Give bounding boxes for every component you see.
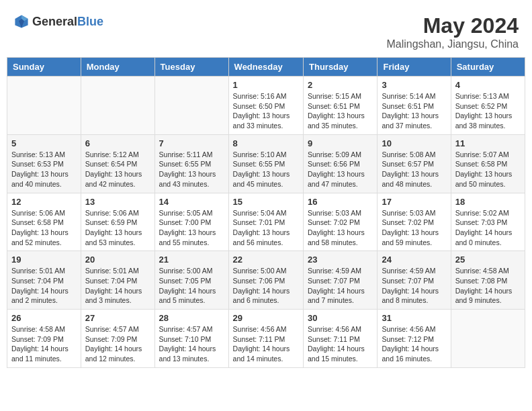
calendar-week-row: 12Sunrise: 5:06 AM Sunset: 6:58 PM Dayli… (7, 193, 525, 251)
table-row (7, 77, 81, 135)
day-info: Sunrise: 4:56 AM Sunset: 7:11 PM Dayligh… (233, 324, 299, 364)
day-number: 18 (455, 197, 521, 207)
day-number: 14 (159, 197, 224, 207)
table-row: 17Sunrise: 5:03 AM Sunset: 7:02 PM Dayli… (378, 193, 451, 251)
calendar-week-row: 5Sunrise: 5:13 AM Sunset: 6:53 PM Daylig… (7, 134, 525, 193)
day-number: 13 (85, 197, 150, 207)
day-info: Sunrise: 5:08 AM Sunset: 6:57 PM Dayligh… (382, 150, 446, 189)
logo-general: General (32, 15, 77, 28)
table-row: 23Sunrise: 4:59 AM Sunset: 7:07 PM Dayli… (304, 251, 378, 310)
day-info: Sunrise: 5:16 AM Sunset: 6:50 PM Dayligh… (233, 91, 299, 131)
table-row: 3Sunrise: 5:14 AM Sunset: 6:51 PM Daylig… (378, 77, 451, 135)
day-number: 24 (382, 255, 446, 265)
day-number: 9 (308, 138, 373, 148)
calendar-week-row: 19Sunrise: 5:01 AM Sunset: 7:04 PM Dayli… (7, 251, 525, 310)
table-row: 29Sunrise: 4:56 AM Sunset: 7:11 PM Dayli… (228, 310, 303, 368)
table-row: 21Sunrise: 5:00 AM Sunset: 7:05 PM Dayli… (154, 251, 228, 310)
day-number: 17 (382, 197, 446, 207)
logo-blue: Blue (77, 15, 103, 28)
day-info: Sunrise: 4:58 AM Sunset: 7:09 PM Dayligh… (11, 324, 77, 364)
table-row: 26Sunrise: 4:58 AM Sunset: 7:09 PM Dayli… (7, 310, 81, 368)
day-info: Sunrise: 4:56 AM Sunset: 7:11 PM Dayligh… (308, 324, 373, 364)
day-number: 16 (308, 197, 373, 207)
day-info: Sunrise: 4:57 AM Sunset: 7:09 PM Dayligh… (85, 324, 150, 364)
table-row: 13Sunrise: 5:06 AM Sunset: 6:59 PM Dayli… (81, 193, 154, 251)
day-info: Sunrise: 5:05 AM Sunset: 7:00 PM Dayligh… (159, 208, 224, 248)
header-friday: Friday (378, 58, 451, 77)
calendar-header-row: Sunday Monday Tuesday Wednesday Thursday… (7, 58, 525, 77)
table-row: 12Sunrise: 5:06 AM Sunset: 6:58 PM Dayli… (7, 193, 81, 251)
table-row: 15Sunrise: 5:04 AM Sunset: 7:01 PM Dayli… (228, 193, 303, 251)
day-info: Sunrise: 4:59 AM Sunset: 7:07 PM Dayligh… (382, 266, 446, 306)
day-number: 4 (455, 80, 521, 90)
table-row: 19Sunrise: 5:01 AM Sunset: 7:04 PM Dayli… (7, 251, 81, 310)
header-wednesday: Wednesday (228, 58, 303, 77)
logo-icon (13, 13, 30, 30)
table-row: 9Sunrise: 5:09 AM Sunset: 6:56 PM Daylig… (304, 134, 378, 193)
day-info: Sunrise: 5:12 AM Sunset: 6:54 PM Dayligh… (85, 150, 150, 189)
day-info: Sunrise: 5:06 AM Sunset: 6:58 PM Dayligh… (11, 208, 77, 248)
day-number: 3 (382, 80, 446, 90)
day-info: Sunrise: 5:01 AM Sunset: 7:04 PM Dayligh… (11, 266, 77, 306)
table-row (451, 310, 525, 368)
header-thursday: Thursday (304, 58, 378, 77)
day-info: Sunrise: 5:02 AM Sunset: 7:03 PM Dayligh… (455, 208, 521, 248)
day-number: 19 (11, 255, 77, 265)
table-row: 7Sunrise: 5:11 AM Sunset: 6:55 PM Daylig… (154, 134, 228, 193)
day-number: 31 (382, 313, 446, 323)
day-info: Sunrise: 5:10 AM Sunset: 6:55 PM Dayligh… (233, 150, 299, 189)
table-row (154, 77, 228, 135)
table-row: 5Sunrise: 5:13 AM Sunset: 6:53 PM Daylig… (7, 134, 81, 193)
table-row: 11Sunrise: 5:07 AM Sunset: 6:58 PM Dayli… (451, 134, 525, 193)
day-info: Sunrise: 5:09 AM Sunset: 6:56 PM Dayligh… (308, 150, 373, 189)
table-row: 24Sunrise: 4:59 AM Sunset: 7:07 PM Dayli… (378, 251, 451, 310)
table-row: 18Sunrise: 5:02 AM Sunset: 7:03 PM Dayli… (451, 193, 525, 251)
table-row: 28Sunrise: 4:57 AM Sunset: 7:10 PM Dayli… (154, 310, 228, 368)
day-number: 15 (233, 197, 299, 207)
table-row: 14Sunrise: 5:05 AM Sunset: 7:00 PM Dayli… (154, 193, 228, 251)
day-info: Sunrise: 5:13 AM Sunset: 6:52 PM Dayligh… (455, 91, 521, 131)
day-number: 8 (233, 138, 299, 148)
day-number: 11 (455, 138, 521, 148)
table-row: 8Sunrise: 5:10 AM Sunset: 6:55 PM Daylig… (228, 134, 303, 193)
day-info: Sunrise: 5:11 AM Sunset: 6:55 PM Dayligh… (159, 150, 224, 189)
table-row: 4Sunrise: 5:13 AM Sunset: 6:52 PM Daylig… (451, 77, 525, 135)
day-info: Sunrise: 5:15 AM Sunset: 6:51 PM Dayligh… (308, 91, 373, 131)
header-tuesday: Tuesday (154, 58, 228, 77)
day-info: Sunrise: 5:03 AM Sunset: 7:02 PM Dayligh… (382, 208, 446, 248)
day-info: Sunrise: 5:04 AM Sunset: 7:01 PM Dayligh… (233, 208, 299, 248)
day-number: 10 (382, 138, 446, 148)
day-info: Sunrise: 5:00 AM Sunset: 7:05 PM Dayligh… (159, 266, 224, 306)
day-info: Sunrise: 5:01 AM Sunset: 7:04 PM Dayligh… (85, 266, 150, 306)
day-number: 5 (11, 138, 77, 148)
table-row: 31Sunrise: 4:56 AM Sunset: 7:12 PM Dayli… (378, 310, 451, 368)
day-number: 30 (308, 313, 373, 323)
day-number: 21 (159, 255, 224, 265)
day-info: Sunrise: 5:14 AM Sunset: 6:51 PM Dayligh… (382, 91, 446, 131)
table-row: 2Sunrise: 5:15 AM Sunset: 6:51 PM Daylig… (304, 77, 378, 135)
day-info: Sunrise: 4:59 AM Sunset: 7:07 PM Dayligh… (308, 266, 373, 306)
day-number: 23 (308, 255, 373, 265)
header-saturday: Saturday (451, 58, 525, 77)
day-number: 2 (308, 80, 373, 90)
day-number: 6 (85, 138, 150, 148)
day-info: Sunrise: 4:57 AM Sunset: 7:10 PM Dayligh… (159, 324, 224, 364)
logo-text: GeneralBlue (32, 15, 103, 29)
title-block: May 2024 Malingshan, Jiangsu, China (386, 13, 519, 50)
table-row: 20Sunrise: 5:01 AM Sunset: 7:04 PM Dayli… (81, 251, 154, 310)
table-row (81, 77, 154, 135)
day-number: 27 (85, 313, 150, 323)
day-info: Sunrise: 5:06 AM Sunset: 6:59 PM Dayligh… (85, 208, 150, 248)
table-row: 22Sunrise: 5:00 AM Sunset: 7:06 PM Dayli… (228, 251, 303, 310)
day-number: 25 (455, 255, 521, 265)
calendar-week-row: 1Sunrise: 5:16 AM Sunset: 6:50 PM Daylig… (7, 77, 525, 135)
logo: GeneralBlue (13, 13, 103, 30)
day-number: 22 (233, 255, 299, 265)
table-row: 1Sunrise: 5:16 AM Sunset: 6:50 PM Daylig… (228, 77, 303, 135)
month-title: May 2024 (386, 13, 519, 38)
day-number: 12 (11, 197, 77, 207)
location-title: Malingshan, Jiangsu, China (386, 38, 519, 50)
table-row: 16Sunrise: 5:03 AM Sunset: 7:02 PM Dayli… (304, 193, 378, 251)
day-number: 26 (11, 313, 77, 323)
day-info: Sunrise: 4:58 AM Sunset: 7:08 PM Dayligh… (455, 266, 521, 306)
